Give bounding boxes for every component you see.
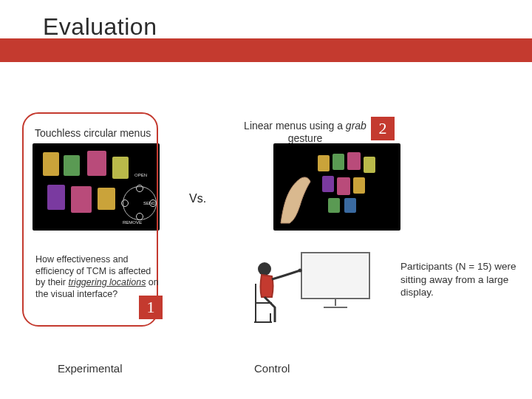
condition-experimental: Experimental: [58, 362, 123, 375]
svg-point-10: [299, 269, 302, 273]
participant-display-icon: [239, 248, 372, 328]
slide: Evaluation Touchless circular menus Line…: [0, 0, 532, 399]
screen-tile: [318, 155, 330, 171]
screen-tile: [332, 154, 344, 170]
arm-icon: [278, 173, 313, 225]
screen-tile: [328, 198, 340, 213]
condition-control: Control: [254, 362, 290, 375]
badge-1: 1: [139, 296, 163, 319]
screen-tile: [353, 177, 365, 194]
screen-tile: [364, 157, 375, 173]
screen-tile: [337, 177, 350, 195]
screen-tile: [322, 176, 334, 192]
participants-text: Participants (N = 15) were sitting away …: [400, 260, 519, 299]
question-emph: triggering locations: [68, 277, 146, 287]
right-photo-caption: Linear menus using a grab gesture: [239, 120, 372, 145]
svg-point-9: [258, 262, 271, 276]
vs-label: Vs.: [189, 192, 206, 205]
svg-rect-1: [303, 254, 368, 297]
title-band: [0, 38, 532, 62]
right-caption-emph: grab: [346, 120, 366, 132]
right-caption-post: gesture: [288, 132, 323, 144]
right-photo: [273, 143, 400, 231]
page-title: Evaluation: [43, 13, 157, 41]
screen-tile: [347, 152, 361, 170]
screen-tile: [344, 198, 356, 213]
research-question: How effectiveness and efficiency of TCM …: [35, 254, 161, 301]
badge-2: 2: [371, 117, 395, 140]
right-caption-pre: Linear menus using a: [244, 120, 346, 132]
